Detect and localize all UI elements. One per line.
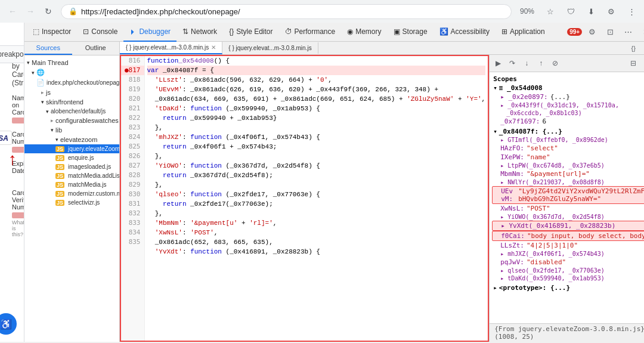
code-tab-1-label: { } jquery.elevat...m-3.0.8.min.js	[126, 44, 209, 51]
tree-skin-folder[interactable]: ▾ skin/frontend	[24, 97, 119, 107]
tab-debugger[interactable]: ⏵ Debugger	[123, 23, 177, 42]
pretty-print-button[interactable]: {}	[627, 42, 639, 54]
line-num-832: 832	[121, 209, 144, 218]
visa-logo: VISA	[0, 131, 12, 145]
line-num-833: 833	[121, 218, 144, 228]
code-tab-1-close[interactable]: ✕	[211, 44, 216, 51]
code-editor[interactable]: 816 ●817 818 819 820 821 822 823 824 82	[120, 55, 489, 342]
tree-enquire[interactable]: JS enquire.js	[24, 153, 119, 162]
sources-tab[interactable]: Sources	[24, 42, 72, 55]
tree-matchmedia-add[interactable]: JS matchMedia.addListener.js	[24, 171, 119, 180]
forward-button[interactable]: →	[23, 4, 38, 19]
back-button[interactable]: ←	[5, 4, 20, 19]
devtools-right-actions: 99+ ⚙ ⊡ ⋯ ✕	[567, 24, 644, 40]
code-tab-1[interactable]: { } jquery.elevat...m-3.0.8.min.js ✕	[120, 42, 222, 54]
tree-configurableswatches[interactable]: ▸ configurableswatches	[24, 116, 119, 125]
sources-tree: ▾ Main Thread ▾ 🌐 📄 index.php/checkout/o…	[24, 55, 119, 342]
scope-prototype-title[interactable]: ▸ <prototype>: {...}	[492, 283, 644, 292]
enquire-label: enquire.js	[68, 154, 94, 161]
collapse-btn[interactable]: ⊟	[627, 57, 639, 69]
devtools-dock-button[interactable]: ⊡	[602, 24, 618, 40]
style-editor-icon: {}	[229, 27, 234, 36]
code-body: 816 ●817 818 819 820 821 822 823 824 82	[120, 55, 644, 342]
tree-elevatezoom[interactable]: ▾ elevatezoom	[24, 135, 119, 144]
sync-button[interactable]: ⚙	[603, 4, 619, 19]
tree-imagesloaded[interactable]: JS imagesloaded.js	[24, 162, 119, 171]
browser-toolbar: ← → ↻ 🔒 https://[redacted]index.php/chec…	[0, 0, 644, 23]
tab-application[interactable]: ⊞ Application	[496, 23, 551, 42]
tree-matchmedia[interactable]: JS matchMedia.js	[24, 180, 119, 189]
download-button[interactable]: ⬇	[583, 4, 599, 19]
tab-storage[interactable]: ▣ Storage	[388, 23, 434, 42]
tree-selectivizr[interactable]: JS selectivizr.js	[24, 198, 119, 207]
scope-item-xwnsl: XwNsL: "POST"	[492, 204, 644, 213]
line-numbers: 816 ●817 818 819 820 821 822 823 824 82	[121, 56, 145, 341]
code-line-828: },	[147, 180, 486, 190]
code-line-835: 'YvXdt': function (_0x416891, _0x28823b)…	[147, 247, 486, 257]
reload-button[interactable]: ↻	[41, 4, 56, 19]
code-tab-2[interactable]: { } jquery.elevat...m-3.0.8.min.js	[222, 42, 318, 54]
deactivate-btn[interactable]: ⊘	[549, 57, 561, 69]
zoom-level: 90%	[516, 6, 538, 17]
accessibility-button[interactable]: ♿	[0, 313, 17, 335]
chevron-down-icon: ▾	[51, 127, 54, 133]
sources-header: Sources Outline	[24, 42, 119, 55]
imagesloaded-label: imagesloaded.js	[68, 163, 111, 170]
scope-item-qlseo: ▸ qlseo(_0x2fde17, _0x77063e)	[492, 267, 644, 274]
storage-icon: ▣	[394, 27, 400, 36]
chevron-right-icon: ▸	[41, 89, 44, 95]
extensions-button[interactable]: 🛡	[563, 4, 578, 19]
name-on-card-input[interactable]	[12, 118, 24, 123]
tree-js-folder[interactable]: ▸ js	[24, 88, 119, 97]
outline-tab[interactable]: Outline	[72, 42, 120, 55]
line-num-826: 826	[121, 152, 144, 161]
tree-globe[interactable]: ▾ 🌐	[24, 67, 119, 78]
devtools-more-button[interactable]: ⋯	[620, 24, 636, 40]
devtools-toolbar: ⬚ Inspector ⊡ Console ⏵ Debugger ⇅ Netwo…	[24, 23, 644, 42]
code-line-817: var _0x84087f = {	[147, 66, 486, 75]
tab-accessibility[interactable]: ♿ Accessibility	[434, 23, 496, 42]
settings-scope-btn[interactable]: ⚙	[642, 57, 644, 69]
tab-style-editor[interactable]: {} Style Editor	[223, 23, 278, 42]
bookmark-button[interactable]: ☆	[543, 4, 558, 19]
tree-lib[interactable]: ▾ lib	[24, 125, 119, 135]
code-tab-2-label: { } jquery.elevat...m-3.0.8.min.js	[228, 45, 311, 51]
tab-performance[interactable]: ⏱ Performance	[279, 23, 342, 42]
cvv-input[interactable]	[12, 212, 24, 218]
configurable-label: configurableswatches	[55, 117, 119, 124]
blackbox-button[interactable]: 👁	[642, 42, 644, 54]
address-text: https://[redacted]index.php/checkout/one…	[81, 7, 240, 16]
scope-item-mbmnm: MbmNm: "&payment[url]="	[492, 169, 644, 178]
address-bar[interactable]: 🔒 https://[redacted]index.php/checkout/o…	[61, 4, 512, 19]
main-area: Paused on breakpoint ↺ ▶ Pay by Card (St…	[0, 23, 644, 342]
code-line-827: return _0x367d7d(_0x2d54f8);	[147, 171, 486, 180]
tree-alobencher[interactable]: ▾ alobencher/default/js	[24, 107, 119, 116]
code-tabs: { } jquery.elevat...m-3.0.8.min.js ✕ { }…	[120, 42, 644, 55]
line-num-834: 834	[121, 228, 144, 237]
tab-inspector[interactable]: ⬚ Inspector	[27, 23, 77, 42]
file-icon: 📄	[36, 79, 45, 86]
resume-execution-button[interactable]: ▶	[492, 57, 504, 69]
skin-folder-label: skin/frontend	[46, 98, 83, 106]
scope-0x54d008-title[interactable]: ▾ ≡ _0x54d008	[492, 84, 644, 92]
tab-memory[interactable]: ◉ Memory	[341, 23, 387, 42]
tree-modernizr[interactable]: JS modernizr.custom.min.js	[24, 189, 119, 198]
tab-network[interactable]: ⇅ Network	[177, 23, 223, 42]
devtools-close-button[interactable]: ✕	[638, 24, 644, 40]
step-over-btn[interactable]: ↷	[506, 57, 518, 69]
devtools-settings-button[interactable]: ⚙	[584, 24, 600, 40]
tree-jquery-elevatezoom[interactable]: JS jquery.elevateZoom-3.0.8.min.js	[24, 144, 119, 153]
application-icon: ⊞	[501, 27, 507, 36]
scope-0x84087f-title[interactable]: ▾ _0x84087f: {...}	[492, 127, 644, 136]
sources-panel: Sources Outline ▾ Main Thread ▾ 🌐 📄 inde…	[24, 42, 120, 342]
tab-console[interactable]: ⊡ Console	[77, 23, 123, 42]
chevron-right-icon: ▸	[51, 118, 54, 123]
tree-page-file[interactable]: 📄 index.php/checkout/onepage	[24, 78, 119, 88]
tree-main-thread[interactable]: ▾ Main Thread	[24, 58, 119, 67]
scope-item-0x443f9f2: _0x6ccdcb, _0x8b1c03)	[492, 109, 644, 117]
step-into-btn[interactable]: ↓	[521, 57, 532, 69]
line-num-817: ●817	[121, 66, 144, 75]
selectivizr-label: selectivizr.js	[68, 199, 100, 206]
menu-button[interactable]: ⋮	[624, 4, 639, 19]
step-out-btn[interactable]: ↑	[535, 57, 547, 69]
